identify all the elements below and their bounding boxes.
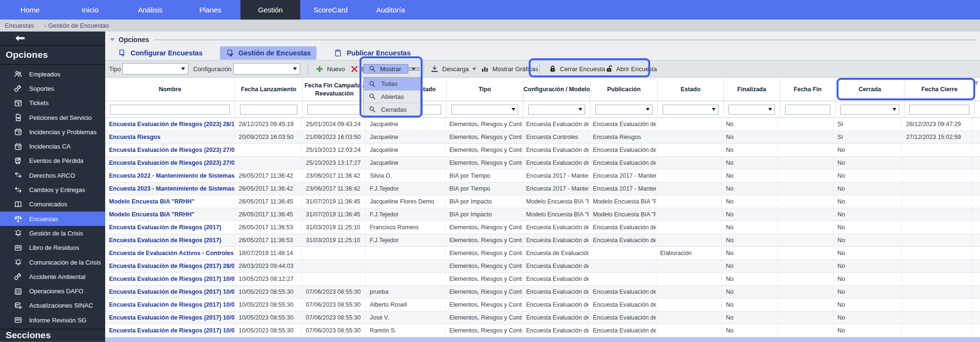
row-name-link[interactable]: Encuesta Evaluación de Riesgos (2017) 10… — [105, 286, 235, 298]
table-row[interactable]: Encuesta Riesgos20/09/2023 16:03:5021/09… — [105, 131, 980, 144]
sidebar-item-tickets[interactable]: Tickets — [0, 96, 105, 110]
column-header-cerrada[interactable]: Cerrada — [836, 78, 904, 101]
filter-select-10[interactable] — [840, 105, 899, 115]
column-header-tipo[interactable]: Tipo — [446, 78, 523, 101]
row-name-link[interactable]: Encuesta Riesgos — [105, 131, 235, 143]
filter-input-9[interactable] — [785, 105, 830, 115]
column-header-publicación[interactable]: Publicación — [590, 78, 658, 101]
table-row[interactable]: Encuesta Evaluación de Riesgos (2023) 27… — [105, 157, 980, 170]
table-row[interactable]: Encuesta Evaluación de Riesgos (2017) 10… — [105, 311, 980, 324]
sidebar-item-soportes[interactable]: Soportes — [0, 81, 105, 96]
sidebar-item-eventos-de-pérdida[interactable]: Eventos de Pérdida — [0, 154, 105, 168]
cerrar-encuesta-button[interactable]: Cerrar Encuesta — [549, 61, 605, 77]
nav-tab-home[interactable]: Home — [0, 0, 60, 20]
nav-tab-gestión[interactable]: Gestión — [240, 0, 301, 20]
row-name-link[interactable]: Encuesta Evaluación de Riesgos (2017) — [105, 234, 235, 246]
column-header-fecha-fin[interactable]: Fecha Fin — [780, 78, 836, 101]
column-header-finalizada[interactable]: Finalizada — [724, 78, 780, 101]
sidebar-item-informe-revisión-sg[interactable]: Informe Revisión SG — [0, 313, 105, 327]
sidebar-item-libro-de-residuos[interactable]: Libro de Residuos — [0, 241, 105, 255]
mostrar-dropdown-arrow[interactable] — [408, 67, 419, 71]
mostrar-menu-item-abiertas[interactable]: Abiertas — [364, 91, 420, 104]
descarga-button[interactable]: Descarga — [430, 61, 476, 77]
filter-select-8[interactable] — [729, 105, 775, 115]
table-row[interactable]: Encuesta de Evaluación Activos - Control… — [105, 247, 980, 260]
table-row[interactable]: Encuesta 2023 - Mantenimiento de Sistema… — [105, 182, 980, 195]
column-header-configuración-modelo[interactable]: Configuración / Modelo — [523, 78, 590, 101]
sidebar-item-encuestas[interactable]: Encuestas — [0, 212, 105, 226]
sidebar-item-operaciones-dafo[interactable]: Operaciones DAFO — [0, 284, 105, 298]
filter-select-7[interactable] — [663, 105, 719, 115]
sidebar-item-accidente-ambiental[interactable]: Accidente Ambiental — [0, 269, 105, 284]
tab-configurar-encuestas[interactable]: Configurar Encuestas — [112, 46, 208, 60]
sidebar-item-peticiones-del-servicio[interactable]: Peticiones del Servicio — [0, 110, 105, 125]
nav-tab-auditoría[interactable]: Auditoría — [360, 0, 421, 20]
mostrar-graficas-button[interactable]: Mostrar Gráficas — [481, 61, 538, 77]
table-row[interactable]: Encuesta Evaluación de Riesgos (2017) 10… — [105, 286, 980, 299]
sidebar-item-cambios-y-entregas[interactable]: Cambios y Entregas — [0, 182, 105, 197]
column-header-fecha-cierre[interactable]: Fecha Cierre — [904, 78, 975, 101]
tab-publicar-encuestas[interactable]: Publicar Encuestas — [328, 46, 416, 60]
nuevo-button[interactable]: Nuevo — [316, 61, 345, 77]
table-row[interactable]: Encuesta Evaluación de Riesgos (2023) 28… — [105, 118, 980, 131]
table-row[interactable]: Encuesta Evaluación de Riesgos (2017) 10… — [105, 324, 980, 337]
mostrar-menu-item-todas[interactable]: Todas — [364, 78, 420, 91]
column-header-fecha-fin-campaña-reevaluación[interactable]: Fecha Fin Campaña / Reevaluación — [303, 78, 367, 101]
nav-tab-inicio[interactable]: Inicio — [60, 0, 120, 20]
nav-tab-planes[interactable]: Planes — [180, 0, 240, 20]
sidebar-item-comunicación-de-la-crisis[interactable]: Comunicación de la Crisis — [0, 255, 105, 269]
row-name-link[interactable]: Encuesta Evaluación de Riesgos (2017) 10… — [105, 299, 235, 311]
table-row[interactable]: Modelo Encuesta BIA "RRHH"26/05/2017 11:… — [105, 195, 980, 208]
row-name-link[interactable]: Encuesta Evaluación de Riesgos (2023) 27… — [105, 144, 235, 156]
filter-input-11[interactable] — [909, 105, 969, 115]
row-name-link[interactable]: Encuesta Evaluación de Riesgos (2017) 28… — [105, 260, 235, 272]
row-name-link[interactable]: Encuesta 2023 - Mantenimiento de Sistema… — [105, 182, 235, 195]
abrir-encuesta-button[interactable]: Abrir Encuesta — [605, 61, 657, 77]
mostrar-menu-item-cerradas[interactable]: Cerradas — [364, 103, 420, 116]
column-header-fecha-lanzamiento[interactable]: Fecha Lanzamiento — [235, 78, 303, 101]
row-name-link[interactable]: Encuesta de Evaluación Activos - Control… — [105, 247, 235, 259]
filter-select-6[interactable] — [595, 105, 653, 115]
collapse-triangle-icon[interactable] — [110, 38, 115, 41]
row-name-link[interactable]: Modelo Encuesta BIA "RRHH" — [105, 195, 235, 208]
table-row[interactable]: Encuesta Evaluación de Riesgos (2017) 10… — [105, 299, 980, 311]
table-row[interactable]: Encuesta Evaluación de Riesgos (2017) 28… — [105, 260, 980, 273]
filter-input-0[interactable] — [110, 105, 230, 115]
sidebar-item-comunicados[interactable]: Comunicados — [0, 197, 105, 212]
nav-tab-análisis[interactable]: Análisis — [120, 0, 180, 20]
column-header-estado[interactable]: Estado — [658, 78, 724, 101]
sidebar-item-empleados[interactable]: Empleados — [0, 67, 105, 81]
row-name-link[interactable]: Encuesta Evaluación de Riesgos (2017) 10… — [105, 311, 235, 324]
breadcrumb-section[interactable]: Encuestas — [5, 22, 34, 29]
table-row-partial[interactable] — [105, 337, 980, 342]
sidebar-collapse-button[interactable] — [0, 32, 105, 46]
filter-select-4[interactable] — [451, 105, 518, 115]
tipo-select[interactable] — [122, 63, 188, 75]
filter-input-2[interactable] — [307, 105, 361, 115]
row-name-link[interactable]: Encuesta Evaluación de Riesgos (2023) 27… — [105, 157, 235, 169]
filter-select-5[interactable] — [528, 105, 585, 115]
row-name-link[interactable]: Encuesta Evaluación de Riesgos (2017) — [105, 221, 235, 234]
table-row[interactable]: Encuesta 2022 - Mantenimiento de Sistema… — [105, 170, 980, 182]
row-name-link[interactable]: Encuesta Evaluación de Riesgos (2023) 28… — [105, 118, 235, 130]
configuracion-select[interactable] — [233, 63, 300, 75]
table-row[interactable]: Encuesta Evaluación de Riesgos (2017) 10… — [105, 273, 980, 286]
mostrar-button[interactable]: Mostrar — [363, 62, 419, 75]
table-row[interactable]: Modelo Encuesta BIA "RRHH"26/05/2017 11:… — [105, 208, 980, 221]
table-row[interactable]: Encuesta Evaluación de Riesgos (2017)26/… — [105, 234, 980, 247]
filter-input-1[interactable] — [240, 105, 297, 115]
sidebar-item-gestión-de-la-crisis[interactable]: Gestión de la Crisis — [0, 226, 105, 240]
row-name-link[interactable]: Encuesta Evaluación de Riesgos (2017) 10… — [105, 324, 235, 337]
sidebar-item-incidencias-y-problemas[interactable]: Incidencias y Problemas — [0, 125, 105, 139]
row-name-link[interactable]: Modelo Encuesta BIA "RRHH" — [105, 208, 235, 221]
column-header-nombre[interactable]: Nombre — [105, 78, 235, 101]
sidebar-item-derechos-arco[interactable]: Derechos ARCO — [0, 168, 105, 182]
funnel-icon[interactable] — [973, 80, 980, 89]
row-name-link[interactable]: Encuesta 2022 - Mantenimiento de Sistema… — [105, 170, 235, 182]
table-row[interactable]: Encuesta Evaluación de Riesgos (2023) 27… — [105, 144, 980, 157]
tab-gestión-de-encuestas[interactable]: Gestión de Encuestas — [220, 46, 317, 60]
table-row[interactable]: Encuesta Evaluación de Riesgos (2017)26/… — [105, 221, 980, 234]
sidebar-item-incidencias-ca[interactable]: Incidencias CA — [0, 139, 105, 153]
row-name-link[interactable]: Encuesta Evaluación de Riesgos (2017) 10… — [105, 273, 235, 285]
nav-tab-scorecard[interactable]: ScoreCard — [300, 0, 360, 20]
